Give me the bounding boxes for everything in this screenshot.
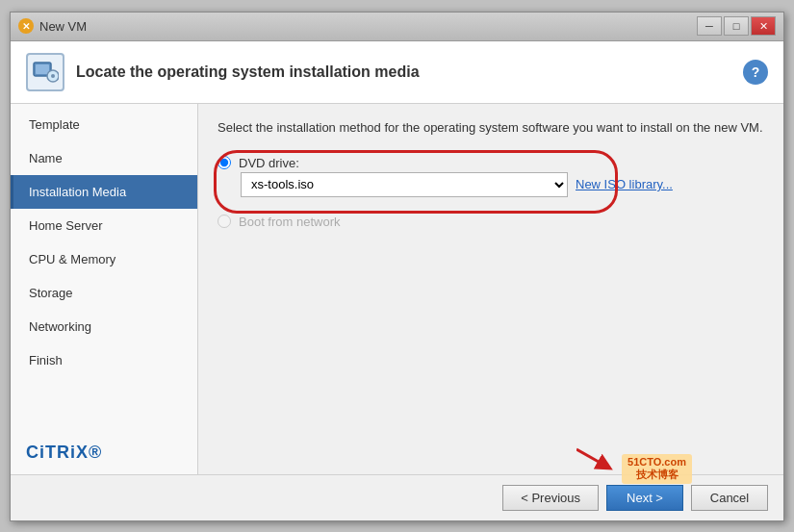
footer: < Previous Next > Cancel: [11, 474, 783, 520]
header-section: Locate the operating system installation…: [11, 41, 783, 104]
title-bar: ✕ New VM ─ □ ✕: [11, 13, 783, 41]
header-title: Locate the operating system installation…: [76, 63, 420, 81]
minimize-button[interactable]: ─: [697, 16, 722, 36]
citrix-logo: CiTRiX®: [11, 431, 197, 474]
network-boot-option[interactable]: Boot from network: [218, 215, 764, 229]
header-left: Locate the operating system installation…: [26, 53, 420, 91]
header-icon: [26, 53, 64, 91]
help-button[interactable]: ?: [743, 60, 768, 85]
network-radio[interactable]: [218, 215, 231, 228]
dvd-select[interactable]: xs-tools.iso: [241, 172, 568, 197]
sidebar-items: Template Name Installation Media Home Se…: [11, 104, 197, 381]
cancel-button[interactable]: Cancel: [691, 485, 768, 511]
sidebar-item-home-server[interactable]: Home Server: [11, 209, 197, 242]
svg-rect-1: [36, 64, 49, 74]
window-title: New VM: [39, 19, 87, 34]
next-button[interactable]: Next >: [606, 485, 683, 511]
title-bar-left: ✕ New VM: [18, 18, 87, 34]
dvd-select-row: xs-tools.iso New ISO library...: [241, 172, 764, 197]
sidebar-item-installation-media[interactable]: Installation Media: [11, 175, 197, 209]
sidebar-item-cpu-memory[interactable]: CPU & Memory: [11, 242, 197, 276]
new-iso-link[interactable]: New ISO library...: [576, 177, 673, 191]
sidebar-item-name[interactable]: Name: [11, 141, 197, 175]
sidebar-item-networking[interactable]: Networking: [11, 310, 197, 343]
sidebar-item-template[interactable]: Template: [11, 108, 197, 141]
sidebar: Template Name Installation Media Home Se…: [11, 104, 198, 474]
main-window: ✕ New VM ─ □ ✕ Locate the operating syst…: [10, 12, 784, 521]
main-content: Template Name Installation Media Home Se…: [11, 104, 783, 474]
sidebar-item-storage[interactable]: Storage: [11, 276, 197, 310]
maximize-button[interactable]: □: [724, 16, 749, 36]
dvd-drive-label[interactable]: DVD drive:: [239, 156, 299, 170]
dvd-options-area: DVD drive: xs-tools.iso New ISO library.…: [218, 156, 764, 197]
network-boot-label: Boot from network: [239, 215, 341, 229]
content-area: Select the installation method for the o…: [198, 104, 783, 474]
title-bar-controls: ─ □ ✕: [697, 16, 776, 36]
sidebar-item-finish[interactable]: Finish: [11, 343, 197, 377]
content-description: Select the installation method for the o…: [218, 119, 764, 137]
media-icon: [32, 59, 59, 86]
window-icon: ✕: [18, 18, 34, 34]
dvd-radio[interactable]: [218, 156, 231, 169]
close-button[interactable]: ✕: [751, 16, 776, 36]
dvd-drive-option[interactable]: DVD drive:: [218, 156, 764, 170]
svg-point-3: [51, 74, 55, 78]
previous-button[interactable]: < Previous: [502, 485, 599, 511]
